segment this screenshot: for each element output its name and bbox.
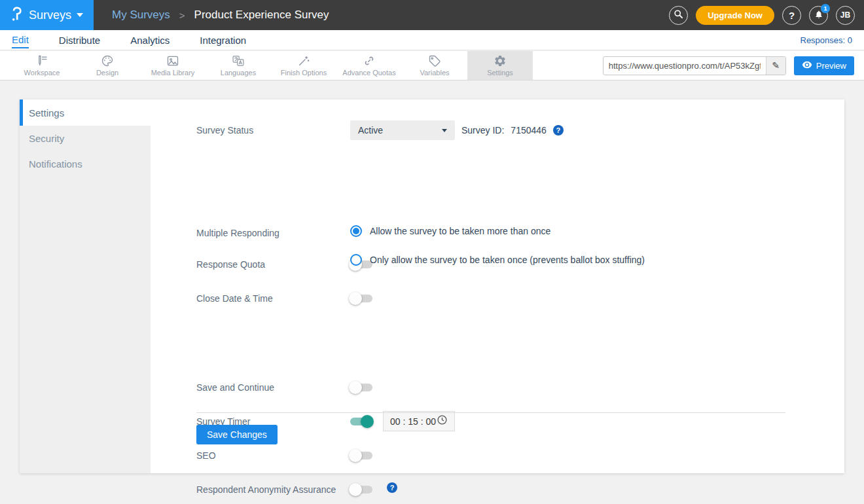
workspace-icon (35, 54, 48, 67)
radio-selected-icon (350, 225, 362, 237)
responses-count: Responses: 0 (801, 35, 853, 45)
app-menu-label: Surveys (29, 9, 71, 22)
save-and-continue-label: Save and Continue (196, 380, 274, 395)
survey-id-group: Survey ID: 7150446 ? (461, 120, 564, 140)
radio-option-label: Allow the survey to be taken more than o… (370, 226, 550, 236)
notifications-button[interactable]: 1 (809, 6, 828, 25)
toolbar-tab-finish-options[interactable]: Finish Options (271, 51, 336, 80)
sidebar-item-label: Settings (29, 107, 64, 118)
save-and-continue-row: Save and Continue (196, 380, 799, 395)
survey-nav: Edit Distribute Analytics Integration Re… (0, 30, 864, 50)
breadcrumb: My Surveys > Product Experience Survey (112, 9, 329, 22)
toolbar-tab-workspace[interactable]: Workspace (9, 51, 75, 80)
sidebar-item-settings[interactable]: Settings (20, 99, 151, 126)
nav-tab-integration[interactable]: Integration (200, 32, 246, 48)
survey-id-value: 7150446 (511, 125, 547, 135)
toggle-knob (349, 483, 362, 496)
close-date-toggle[interactable] (350, 295, 372, 302)
survey-status-row: Survey Status Active Survey ID: 7150446 … (196, 120, 799, 140)
toggle-knob (361, 415, 374, 428)
clock-icon (437, 414, 448, 428)
upgrade-now-button[interactable]: Upgrade Now (696, 6, 774, 25)
toolbar-tab-design[interactable]: Design (75, 51, 140, 80)
questionpro-logo-icon (10, 6, 24, 24)
survey-timer-row: Survey Timer 00 : 15 : 00 (196, 414, 799, 429)
sidebar-item-security[interactable]: Security (20, 126, 151, 151)
save-and-continue-toggle[interactable] (350, 384, 372, 391)
preview-button-label: Preview (816, 61, 846, 71)
nav-tab-analytics[interactable]: Analytics (130, 32, 170, 48)
response-quota-label: Response Quota (196, 257, 265, 272)
anonymity-row: Respondent Anonymity Assurance ? (196, 482, 799, 497)
edit-toolbar: Workspace Design Media Library (0, 51, 864, 81)
toolbar-tab-settings[interactable]: Settings (467, 51, 533, 80)
palette-icon (101, 54, 114, 67)
toolbar-tab-advance-quotas[interactable]: Advance Quotas (336, 51, 402, 80)
nav-tab-distribute[interactable]: Distribute (59, 32, 100, 48)
nav-tab-edit[interactable]: Edit (12, 31, 29, 48)
magic-wand-icon (297, 54, 310, 67)
toggle-knob (349, 381, 362, 394)
toolbar-tab-label: Workspace (24, 69, 60, 77)
help-button[interactable]: ? (782, 6, 801, 25)
toolbar-tab-languages[interactable]: Languages (206, 51, 271, 80)
anonymity-toggle[interactable] (350, 486, 372, 494)
preview-button[interactable]: Preview (794, 56, 854, 75)
survey-timer-toggle[interactable] (350, 418, 372, 425)
settings-form: Survey Status Active Survey ID: 7150446 … (151, 99, 844, 473)
survey-status-dropdown[interactable]: Active (350, 120, 455, 140)
survey-url-group: ✎ (603, 56, 786, 75)
edit-url-button[interactable]: ✎ (766, 57, 785, 75)
toolbar-tab-variables[interactable]: Variables (402, 51, 467, 80)
settings-card: Settings Security Notifications Survey S… (20, 99, 844, 473)
pencil-icon: ✎ (772, 60, 780, 71)
seo-row: SEO (196, 448, 799, 463)
toolbar-tab-label: Media Library (151, 69, 195, 77)
seo-toggle[interactable] (350, 452, 372, 459)
chevron-down-icon (77, 13, 83, 17)
form-divider (196, 412, 785, 413)
close-date-row: Close Date & Time (196, 291, 799, 306)
save-changes-button[interactable]: Save Changes (196, 425, 278, 444)
search-button[interactable] (669, 6, 688, 25)
anonymity-label: Respondent Anonymity Assurance (196, 482, 336, 497)
breadcrumb-parent[interactable]: My Surveys (112, 9, 170, 22)
tag-icon (428, 54, 441, 67)
radio-option-multiple-allowed[interactable]: Allow the survey to be taken more than o… (350, 225, 550, 237)
app-logo-menu[interactable]: Surveys (0, 0, 94, 30)
close-date-label: Close Date & Time (196, 291, 273, 306)
help-icon[interactable]: ? (553, 125, 564, 135)
survey-status-value: Active (358, 125, 383, 135)
radio-unselected-icon (350, 254, 362, 266)
sidebar-item-label: Notifications (29, 158, 82, 170)
search-icon (674, 9, 683, 21)
question-mark-icon: ? (789, 10, 795, 21)
radio-option-label: Only allow the survey to be taken once (… (370, 255, 645, 265)
toolbar-tab-label: Variables (420, 69, 449, 77)
avatar-initials: JB (840, 10, 850, 20)
gear-icon (494, 54, 507, 67)
survey-id-label: Survey ID: (461, 125, 504, 135)
survey-timer-input[interactable]: 00 : 15 : 00 (383, 411, 455, 431)
sidebar-item-notifications[interactable]: Notifications (20, 151, 151, 177)
chain-link-icon (363, 54, 376, 67)
multiple-responding-label: Multiple Responding (196, 228, 279, 238)
page-title: Product Experience Survey (194, 9, 329, 22)
chevron-down-icon (442, 129, 447, 132)
avatar[interactable]: JB (836, 6, 855, 25)
survey-status-label: Survey Status (196, 120, 253, 140)
survey-url-input[interactable] (603, 61, 766, 71)
eye-icon (802, 61, 812, 71)
sidebar-item-label: Security (29, 133, 64, 144)
radio-option-once-only[interactable]: Only allow the survey to be taken once (… (350, 254, 645, 266)
translate-icon (232, 54, 245, 67)
toggle-knob (349, 449, 362, 462)
toolbar-tab-media-library[interactable]: Media Library (140, 51, 206, 80)
notification-count-badge: 1 (821, 4, 830, 13)
toolbar-tab-label: Languages (221, 69, 256, 77)
image-icon (166, 54, 179, 67)
survey-timer-value: 00 : 15 : 00 (390, 416, 436, 427)
help-icon[interactable]: ? (387, 482, 397, 493)
top-bar-actions: Upgrade Now ? 1 JB (669, 6, 864, 25)
toolbar-tab-label: Finish Options (281, 69, 327, 77)
